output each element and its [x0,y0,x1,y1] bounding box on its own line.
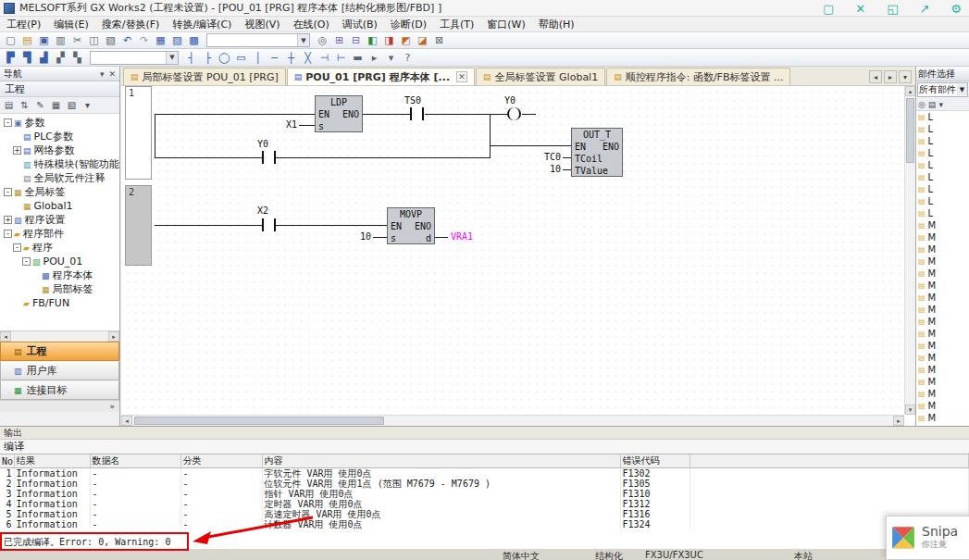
nav-view-user-library[interactable]: ▥ 用户库 [0,361,119,380]
tree-item-local-label[interactable]: ▦ 局部标签 [0,282,119,296]
paste-icon[interactable]: ▧ [103,33,118,48]
column-header[interactable]: 错误代码 [620,454,689,468]
chevron-down-icon[interactable]: ▼ [166,52,178,64]
parts-list-item[interactable]: ▤ L [916,171,969,183]
operand-y0-coil[interactable]: Y0 [504,96,516,106]
column-header[interactable]: 结果 [14,454,90,468]
parts-list-item[interactable]: ▤ L [916,195,969,207]
scroll-left-icon[interactable]: ◂ [0,331,11,342]
scroll-left-icon[interactable]: ◂ [121,416,132,426]
intelligent-module-icon[interactable]: ▜ [19,50,35,65]
column-header[interactable]: No. [0,454,14,468]
guided-mode-icon[interactable]: ▸ [366,50,382,65]
operand-x2[interactable]: X2 [257,206,268,216]
menu-help[interactable]: 帮助(H) [532,17,581,31]
menu-convert-compile[interactable]: 转换/编译(C) [166,17,238,31]
input-label-icon[interactable]: ⊣ [317,50,332,65]
operand-tc0[interactable]: TC0 [540,153,561,162]
parts-list-item[interactable]: ▤ L [916,159,969,171]
tree-item-pou[interactable]: - ▰ 程序部件 [0,227,119,241]
menu-online[interactable]: 在线(O) [286,17,335,31]
scroll-down-icon[interactable]: ▾ [905,404,915,415]
scroll-right-icon[interactable]: ▸ [893,416,904,426]
snipaste-notification-popup[interactable]: Snipa 你注意 [886,516,969,560]
tab-instruction-label-help[interactable]: ▤ 顺控程序指令: 函数/FB标签设置 ... ✕ [606,68,790,85]
tree-horizontal-scrollbar[interactable]: ◂ ▸ [0,330,119,342]
note-icon[interactable]: ▩ [186,33,202,48]
parts-list-item[interactable]: ▤ M [916,364,969,376]
delete-line-icon[interactable]: ╳ [300,50,316,65]
menu-diagnostics[interactable]: 诊断(D) [384,17,433,31]
tab-scroll-right-icon[interactable]: ▸ [884,70,897,83]
ladder-canvas[interactable]: 1 X1 LDP EN ENO s TS0 Y0 Y0 OUT_T [121,86,904,415]
monitor-stop-icon[interactable]: ◨ [381,33,397,48]
tree-expander-icon[interactable]: + [13,146,21,155]
tree-item-global-device-comment[interactable]: ▤ 全局软元件注释 [0,171,119,185]
copy-icon[interactable]: ◫ [86,33,102,48]
tree-item-intelligent-module[interactable]: ▥ 特殊模块(智能功能模块 [0,157,119,171]
nav-filter-icon[interactable]: ▧ [65,99,79,112]
parts-list-item[interactable]: ▤ L [916,147,969,159]
parts-find-icon[interactable]: ◎ [918,100,926,109]
contact-x2[interactable] [262,218,276,231]
scrollbar-thumb[interactable] [134,417,384,425]
scroll-up-icon[interactable]: ▴ [905,86,915,96]
parts-filter-combobox[interactable]: 所有部件 ▼ [917,82,968,97]
nav-menu-icon[interactable]: ▾ [81,99,94,112]
branch-icon[interactable]: ┼ [283,50,299,65]
tree-expander-icon[interactable]: - [4,118,12,127]
tree-item-fb-fun[interactable]: ▰ FB/FUN [0,296,119,310]
function-block-ldp[interactable]: LDP EN ENO s [315,95,363,132]
contact-ts0[interactable] [410,107,424,120]
editor-horizontal-scrollbar[interactable]: ◂ ▸ [121,415,904,426]
menu-edit[interactable]: 编辑(E) [47,17,95,31]
verify-icon[interactable]: ▞ [53,50,68,65]
column-header[interactable]: 分类 [180,454,262,468]
parts-list-item[interactable]: ▤ L [916,123,969,135]
compile-all-icon[interactable]: ⊟ [348,33,364,48]
parts-list-item[interactable]: ▤ M [916,340,969,352]
menu-tool[interactable]: 工具(T) [433,17,480,31]
tree-item-plc-parameter[interactable]: ▤ PLC参数 [0,130,119,143]
menu-window[interactable]: 窗口(W) [480,17,531,31]
find-icon[interactable]: ◎ [315,33,330,48]
tree-item-parameter[interactable]: - ▣ 参数 [0,116,119,130]
tab-local-label-pou01[interactable]: ▤ 局部标签设置 POU_01 [PRG] ✕ [123,68,286,85]
comment-icon[interactable]: ▬ [350,50,366,65]
operand-s-10[interactable]: 10 [351,232,371,242]
parts-list-item[interactable]: ▤ L [916,183,969,195]
help-icon[interactable]: ? [400,50,416,65]
dock-menu-icon[interactable]: ▾ [100,69,105,79]
statement-icon[interactable]: ▨ [169,33,185,48]
parts-list-item[interactable]: ▤ M [916,316,969,328]
parts-list-item[interactable]: ▤ M [916,304,969,316]
device-comment-icon[interactable]: ▦ [153,33,168,48]
editor-vertical-scrollbar[interactable]: ▴ ▾ [904,86,915,415]
compile-result-row[interactable]: 2 Information - - 位软元件 VAR用 使用1点 (范围 M76… [0,479,969,489]
print-icon[interactable]: ▥ [53,33,68,48]
operand-tvalue-10[interactable]: 10 [543,165,561,174]
compile-icon[interactable]: ⊞ [331,33,347,48]
operand-vra1[interactable]: VRA1 [451,232,473,242]
tab-pou01-program-body[interactable]: ▤ POU_01 [PRG] 程序本体 [... ✕ [287,68,475,85]
snip-region-icon[interactable]: ▢ [823,2,834,16]
save-icon[interactable]: ▣ [36,33,52,48]
parts-list-item[interactable]: ▤ M [916,352,969,364]
menu-project[interactable]: 工程(P) [0,17,47,31]
function-block-out-t[interactable]: OUT_T EN ENO TCoil TValue [571,128,623,177]
function-block-movp[interactable]: MOVP EN ENO s d [387,207,435,244]
parts-list-item[interactable]: ▤ M [916,231,969,243]
tree-item-pou01[interactable]: - ▨ POU_01 [0,255,119,268]
operand-ts0[interactable]: TS0 [404,96,421,106]
tree-expander-icon[interactable]: - [13,243,21,252]
parts-list-item[interactable]: ▤ M [916,400,969,412]
tree-item-global-label[interactable]: - ▦ 全局标签 [0,185,119,199]
parts-list-item[interactable]: ▤ M [916,219,969,231]
chevron-down-icon[interactable]: ▼ [957,84,967,95]
snip-settings-icon[interactable]: ⚙ [950,2,962,16]
compile-result-row[interactable]: 1 Information - - 字软元件 VAR用 使用0点 F1302 [0,468,969,479]
tab-list-icon[interactable]: ▾ [899,70,912,83]
tab-scroll-left-icon[interactable]: ◂ [869,70,882,83]
tree-item-global1[interactable]: ▦ Global1 [0,199,119,213]
tab-close-icon[interactable]: ✕ [456,71,467,82]
